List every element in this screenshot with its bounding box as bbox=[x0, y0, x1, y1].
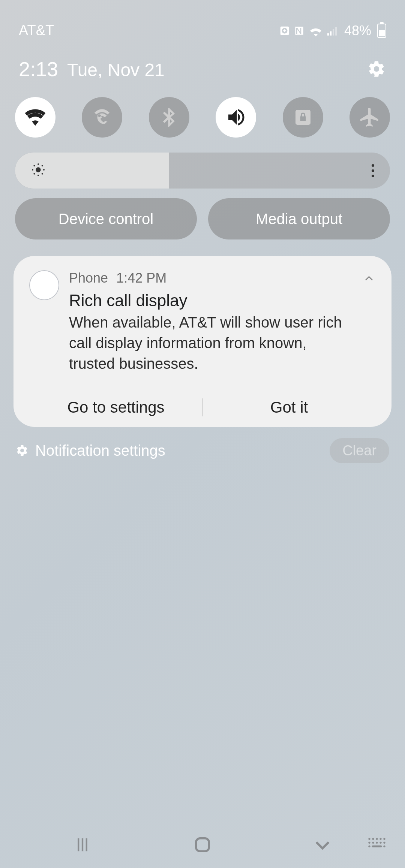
battery-percent: 48% bbox=[344, 23, 371, 39]
carrier-label: AT&T bbox=[19, 22, 54, 39]
svg-point-18 bbox=[380, 842, 381, 844]
notification-settings-label: Notification settings bbox=[35, 442, 165, 459]
svg-point-13 bbox=[380, 838, 381, 840]
keyboard-button[interactable] bbox=[368, 837, 386, 852]
svg-point-20 bbox=[368, 846, 370, 847]
svg-point-8 bbox=[42, 173, 43, 175]
notification-body: When available, AT&T will show user rich… bbox=[69, 312, 352, 374]
navigation-bar bbox=[0, 834, 405, 855]
nav-back-button[interactable] bbox=[300, 834, 345, 855]
toggle-wifi-calling[interactable] bbox=[82, 97, 122, 138]
quick-toggles bbox=[0, 88, 405, 145]
clock-time[interactable]: 2:13 bbox=[19, 57, 58, 81]
battery-icon bbox=[377, 24, 386, 38]
svg-point-7 bbox=[33, 173, 35, 175]
toggle-wifi[interactable] bbox=[15, 97, 56, 138]
svg-point-4 bbox=[43, 169, 45, 171]
svg-point-5 bbox=[33, 165, 35, 166]
nav-recent-button[interactable] bbox=[60, 835, 105, 855]
svg-point-1 bbox=[38, 163, 39, 165]
data-saver-icon bbox=[279, 25, 290, 36]
brightness-icon bbox=[31, 162, 46, 179]
home-icon bbox=[193, 835, 212, 855]
chevron-down-icon bbox=[312, 834, 333, 855]
device-control-button[interactable]: Device control bbox=[15, 198, 197, 239]
notification-action-gotit[interactable]: Got it bbox=[202, 398, 376, 416]
control-buttons: Device control Media output bbox=[0, 196, 405, 247]
clock-date[interactable]: Tue, Nov 21 bbox=[67, 60, 165, 80]
toggle-sound[interactable] bbox=[216, 97, 256, 138]
brightness-menu-button[interactable] bbox=[372, 164, 374, 177]
rotation-lock-icon bbox=[292, 106, 314, 129]
device-control-label: Device control bbox=[58, 211, 153, 227]
status-indicators: 48% bbox=[279, 23, 386, 39]
gear-icon bbox=[16, 444, 28, 457]
notification-app-name: Phone bbox=[69, 270, 108, 286]
clear-button[interactable]: Clear bbox=[330, 438, 389, 463]
notification-app-icon bbox=[29, 270, 59, 300]
airplane-icon bbox=[358, 106, 381, 129]
notification-card[interactable]: Phone 1:42 PM Rich call display When ava… bbox=[14, 256, 392, 427]
svg-point-14 bbox=[383, 838, 385, 840]
brightness-slider[interactable] bbox=[15, 153, 390, 189]
wifi-status-icon bbox=[308, 25, 323, 36]
bluetooth-icon bbox=[158, 106, 180, 129]
recent-icon bbox=[73, 835, 92, 855]
svg-point-2 bbox=[38, 175, 39, 176]
gear-icon bbox=[367, 60, 386, 78]
keyboard-icon bbox=[368, 837, 386, 850]
svg-point-16 bbox=[372, 842, 374, 844]
svg-point-22 bbox=[383, 846, 385, 847]
nav-home-button[interactable] bbox=[180, 835, 225, 855]
svg-point-10 bbox=[368, 838, 370, 840]
notification-actions: Go to settings Got it bbox=[29, 388, 376, 427]
toggle-bluetooth[interactable] bbox=[149, 97, 189, 138]
notification-time: 1:42 PM bbox=[116, 270, 166, 286]
status-bar: AT&T 48% bbox=[0, 0, 405, 46]
toggle-airplane[interactable] bbox=[350, 97, 390, 138]
signal-icon bbox=[326, 25, 339, 36]
wifi-calling-icon bbox=[91, 106, 113, 129]
footer-row: Notification settings Clear bbox=[0, 427, 405, 463]
notification-action-settings[interactable]: Go to settings bbox=[29, 398, 202, 416]
svg-point-11 bbox=[372, 838, 374, 840]
svg-point-15 bbox=[368, 842, 370, 844]
svg-rect-9 bbox=[196, 838, 209, 852]
notification-settings-button[interactable]: Notification settings bbox=[16, 442, 165, 459]
media-output-button[interactable]: Media output bbox=[208, 198, 390, 239]
toggle-rotation-lock[interactable] bbox=[283, 97, 323, 138]
svg-point-19 bbox=[383, 842, 385, 844]
wifi-icon bbox=[24, 106, 46, 129]
clear-label: Clear bbox=[342, 443, 376, 458]
svg-point-17 bbox=[376, 842, 378, 844]
chevron-up-icon bbox=[362, 272, 376, 285]
settings-button[interactable] bbox=[367, 59, 386, 79]
svg-point-0 bbox=[36, 167, 40, 172]
notification-collapse-button[interactable] bbox=[362, 270, 376, 287]
datetime-row: 2:13 Tue, Nov 21 bbox=[0, 46, 405, 88]
svg-point-12 bbox=[376, 838, 378, 840]
notification-title: Rich call display bbox=[69, 291, 352, 310]
svg-point-3 bbox=[32, 169, 33, 171]
media-output-label: Media output bbox=[256, 211, 342, 227]
nfc-icon bbox=[293, 25, 305, 37]
svg-point-6 bbox=[42, 165, 43, 166]
sound-icon bbox=[225, 106, 247, 129]
svg-rect-21 bbox=[372, 846, 382, 847]
